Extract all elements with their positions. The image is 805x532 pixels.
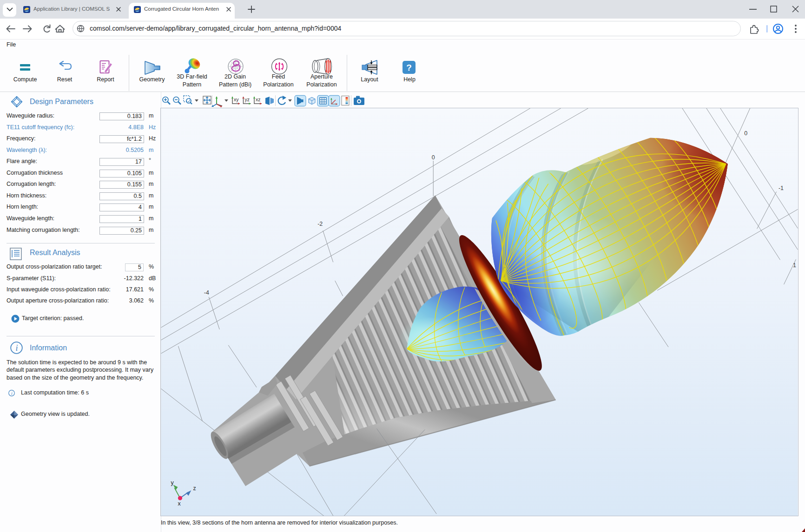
svg-text:?: ? [406, 63, 412, 72]
svg-text:0: 0 [744, 130, 747, 137]
svg-text:yz: yz [245, 97, 250, 102]
svg-text:xy: xy [234, 97, 239, 102]
svg-text:-1: -1 [779, 185, 784, 191]
svg-text:xz: xz [256, 97, 261, 102]
svg-text:i: i [15, 343, 18, 353]
svg-text:0: 0 [432, 154, 435, 161]
svg-text:-2: -2 [317, 221, 323, 227]
svg-text:i: i [11, 391, 13, 396]
svg-text:y: y [171, 479, 174, 486]
svg-text:-4: -4 [204, 289, 209, 296]
svg-text:x: x [178, 500, 181, 507]
svg-text:1: 1 [793, 262, 796, 269]
svg-text:z: z [193, 485, 196, 492]
